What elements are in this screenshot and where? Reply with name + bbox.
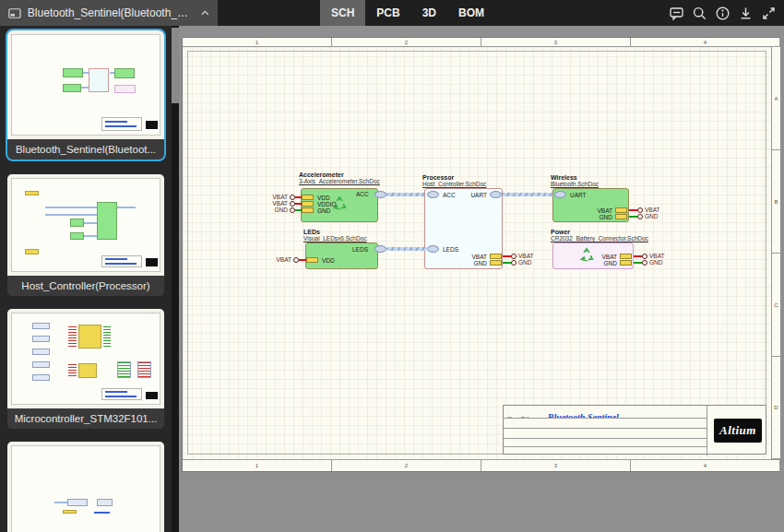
- wire-vbat: [295, 196, 302, 198]
- power-title: Power: [551, 229, 570, 235]
- ruler-top-1: 1: [183, 38, 332, 47]
- power-port-circle: [642, 260, 647, 266]
- chevron-up-icon: [201, 10, 209, 16]
- processor-file: Host_Controller.SchDoc: [422, 182, 486, 188]
- thumbnail-label: Host_Controller(Processor): [7, 276, 164, 296]
- power-port-circle: [637, 214, 643, 219]
- sheet-entry-vdd[interactable]: [302, 195, 314, 200]
- tab-3d[interactable]: 3D: [411, 0, 447, 26]
- fullscreen-icon[interactable]: [757, 0, 780, 26]
- net-label-gnd: GND: [645, 214, 658, 220]
- sheet-entry-acc[interactable]: [427, 191, 439, 198]
- power-port-circle: [511, 254, 517, 259]
- download-icon[interactable]: [734, 0, 757, 26]
- view-tabs: SCH PCB 3D BOM: [320, 0, 495, 26]
- sheet-entry-vdd[interactable]: [306, 257, 318, 263]
- leds-title: LEDs: [303, 229, 320, 235]
- bus-leds: [386, 247, 428, 251]
- thumbnail-bluetooth-sentinel[interactable]: Bluetooth_Sentinel(Bluetoot...: [7, 30, 164, 160]
- wire-vbat: [634, 255, 642, 257]
- tab-sch[interactable]: SCH: [320, 0, 365, 26]
- document-window-icon: [8, 7, 21, 19]
- power-port-circle: [637, 207, 643, 213]
- sheet-entry-gnd[interactable]: [615, 214, 627, 219]
- tab-bom[interactable]: BOM: [447, 0, 495, 26]
- wire-gnd: [503, 262, 511, 264]
- altium-logo-text: Altium: [719, 423, 756, 438]
- sheet-entry-acc[interactable]: [374, 191, 386, 198]
- wire-vbat: [299, 259, 306, 261]
- power-file: CR2032_Battery_Connector.SchDoc: [551, 236, 648, 242]
- wire-gnd: [295, 209, 302, 211]
- top-toolbar: Bluetooth_Sentinel(Bluetooth_Sentinel) S…: [0, 0, 784, 26]
- schematic-sheet[interactable]: 1 2 3 4 1 2 3 4 A B C D Accelerometer 3-…: [182, 37, 779, 472]
- net-label-gnd: GND: [518, 260, 531, 266]
- info-icon[interactable]: [711, 0, 734, 26]
- ruler-right-c: C: [771, 254, 780, 357]
- ruler-top-2: 2: [332, 38, 481, 47]
- port-label-uart: UART: [570, 193, 587, 199]
- header-icons: [665, 0, 780, 26]
- wire-gnd: [634, 262, 642, 264]
- ruler-right-d: D: [771, 357, 780, 459]
- sheet-entry-vbat[interactable]: [620, 254, 632, 259]
- ruler-top-4: 4: [631, 38, 780, 47]
- title-block: Sheet Title Bluetooth Sentinel Project T…: [503, 405, 766, 455]
- port-label-gnd: GND: [317, 208, 330, 215]
- power-port-circle: [511, 260, 517, 266]
- accelerometer-file: 3-Axis_Accelerometer.SchDoc: [299, 179, 380, 185]
- processor-title: Processor: [422, 174, 454, 181]
- title-block-table: Sheet Title Bluetooth Sentinel Project T…: [504, 406, 707, 455]
- document-title: Bluetooth_Sentinel(Bluetooth_Sentinel): [28, 6, 195, 19]
- port-label-uart: UART: [469, 193, 487, 199]
- ruler-bottom-4: 4: [631, 459, 780, 471]
- thumbnail-host-controller[interactable]: Host_Controller(Processor): [7, 174, 164, 296]
- thumbnail-preview: [7, 309, 164, 408]
- thumbnail-preview: [7, 174, 164, 276]
- sheet-entry-gnd[interactable]: [490, 260, 502, 266]
- port-label-gnd: GND: [469, 261, 487, 267]
- ruler-top-3: 3: [481, 38, 631, 47]
- bus-uart: [502, 193, 553, 196]
- altium-logo: Altium: [714, 419, 762, 443]
- altium-viewer-app: Bluetooth_Sentinel(Bluetooth_Sentinel) S…: [0, 0, 784, 532]
- sheet-entry-uart[interactable]: [554, 191, 566, 198]
- sheet-entry-leds[interactable]: [374, 245, 386, 253]
- net-label-gnd: GND: [271, 207, 288, 214]
- thumbnail-microcontroller[interactable]: Microcontroller_STM32F101...: [7, 309, 164, 429]
- wire-gnd: [629, 216, 637, 218]
- ruler-bottom-1: 1: [183, 459, 332, 471]
- sidebar-scrollbar[interactable]: [172, 26, 179, 532]
- thumbnail-label: Microcontroller_STM32F101...: [7, 408, 164, 429]
- port-label-acc: ACC: [356, 192, 369, 198]
- sheet-entry-vbat[interactable]: [490, 254, 502, 259]
- sheet-entry-gnd[interactable]: [620, 260, 632, 266]
- wireless-file: Bluetooth.SchDoc: [551, 182, 599, 188]
- ruler-bottom-3: 3: [481, 459, 631, 471]
- sheet-entry-uart[interactable]: [490, 191, 502, 198]
- sheet-entry-vbat[interactable]: [615, 207, 627, 213]
- port-label-vdd: VDD: [322, 258, 335, 265]
- net-label-vbat: VBAT: [275, 257, 291, 264]
- document-selector[interactable]: Bluetooth_Sentinel(Bluetooth_Sentinel): [0, 0, 218, 26]
- port-label-leds: LEDS: [352, 247, 368, 254]
- ruler-bottom-2: 2: [332, 459, 481, 471]
- tab-pcb[interactable]: PCB: [365, 0, 410, 26]
- wire-vbat: [629, 209, 637, 211]
- recycle-icon: [577, 246, 596, 265]
- comment-icon[interactable]: [665, 0, 688, 26]
- thumbnail-preview: [7, 30, 164, 139]
- ruler-right-b: B: [771, 150, 780, 254]
- sidebar-scrollbar-thumb[interactable]: [172, 28, 179, 103]
- sheet-entry-leds[interactable]: [427, 245, 439, 253]
- net-label-gnd: GND: [649, 260, 662, 266]
- schematic-canvas[interactable]: 1 2 3 4 1 2 3 4 A B C D Accelerometer 3-…: [179, 26, 784, 532]
- wire-vbat: [295, 203, 302, 205]
- sheet-title-value: Bluetooth Sentinel: [548, 412, 619, 419]
- sheet-entry-gnd[interactable]: [302, 207, 314, 213]
- sheet-entry-vddio[interactable]: [302, 201, 314, 207]
- thumbnail-sheet-4[interactable]: [7, 442, 164, 532]
- power-port-circle: [642, 254, 647, 259]
- search-icon[interactable]: [688, 0, 711, 26]
- port-label-gnd: GND: [599, 261, 617, 267]
